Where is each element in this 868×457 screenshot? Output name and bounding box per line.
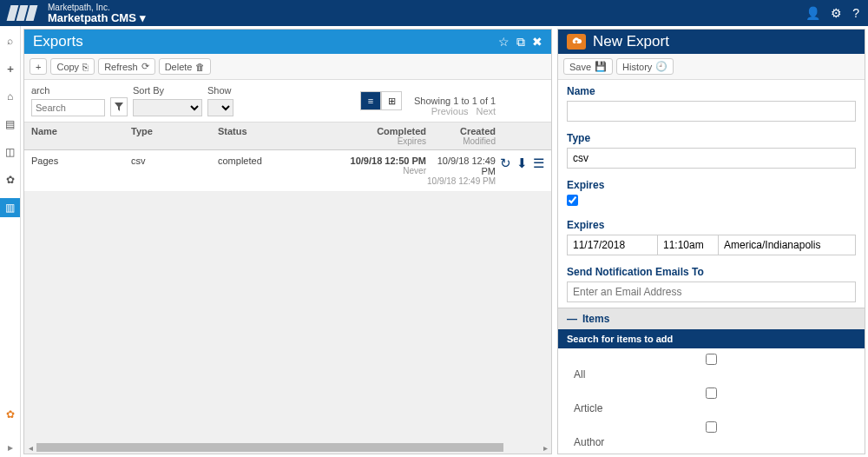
refresh-icon: ⟳ xyxy=(141,61,149,72)
rail-add-icon[interactable]: ＋ xyxy=(0,59,20,78)
left-nav-rail: ⌕ ＋ ⌂ ▤ ◫ ✿ ▥ ✿ ▸ xyxy=(0,26,21,457)
rail-gear-icon[interactable]: ✿ xyxy=(0,170,20,189)
expires-date-input[interactable] xyxy=(567,235,658,255)
brand-logo[interactable]: Marketpath, Inc. Marketpath CMS▾ xyxy=(9,3,146,23)
sortby-select[interactable] xyxy=(133,99,202,116)
trash-icon: 🗑 xyxy=(195,62,205,72)
save-button[interactable]: Save💾 xyxy=(563,58,613,75)
exports-panel: Exports ☆ ⧉ ✖ + Copy⎘ Refresh⟳ Delete🗑 a… xyxy=(23,29,552,454)
row-refresh-icon[interactable]: ↻ xyxy=(500,156,511,171)
chevron-down-icon[interactable]: ▾ xyxy=(140,12,146,23)
favorite-icon[interactable]: ☆ xyxy=(498,35,510,49)
question-icon[interactable]: ? xyxy=(852,6,859,20)
horizontal-scrollbar[interactable]: ◂ ▸ xyxy=(24,441,551,454)
col-created: Created Modified xyxy=(426,126,496,146)
copy-button[interactable]: Copy⎘ xyxy=(50,58,95,75)
show-select[interactable] xyxy=(207,99,233,116)
list-item[interactable]: Article xyxy=(558,387,865,414)
user-icon[interactable]: 👤 xyxy=(806,6,820,20)
emails-label: Send Notification Emails To xyxy=(567,266,856,278)
showing-text: Showing 1 to 1 of 1 xyxy=(414,96,496,106)
prev-link[interactable]: Previous xyxy=(431,106,469,116)
table-row[interactable]: Pages csv completed 10/9/18 12:50 PM Nev… xyxy=(24,150,551,192)
scroll-left-icon[interactable]: ◂ xyxy=(24,441,36,454)
row-download-icon[interactable]: ⬇ xyxy=(516,156,528,171)
exports-table-head: Name Type Status Completed Expires Creat… xyxy=(24,123,551,150)
cell-completed: 10/9/18 12:50 PM Never xyxy=(344,156,426,176)
item-checkbox[interactable] xyxy=(574,387,849,399)
close-icon[interactable]: ✖ xyxy=(532,35,542,49)
name-input[interactable] xyxy=(567,101,856,122)
row-menu-icon[interactable]: ☰ xyxy=(533,156,544,171)
new-window-icon[interactable]: ⧉ xyxy=(516,35,525,50)
delete-button[interactable]: Delete🗑 xyxy=(159,58,212,75)
copy-icon: ⎘ xyxy=(82,62,89,72)
paging: Showing 1 to 1 of 1 Previous Next xyxy=(414,96,496,116)
filter-button[interactable] xyxy=(110,97,128,116)
rail-home-icon[interactable]: ⌂ xyxy=(0,87,20,106)
new-export-panel: New Export Save💾 History🕘 Name Type Expi… xyxy=(557,29,865,454)
rail-dashboard-icon[interactable]: ◫ xyxy=(0,142,20,162)
items-list: All Article Author Blog Blog Post xyxy=(558,348,865,454)
save-icon: 💾 xyxy=(595,61,607,72)
cloud-upload-icon xyxy=(567,34,586,50)
type-label: Type xyxy=(567,132,856,144)
clock-icon: 🕘 xyxy=(655,61,667,72)
expires-checkbox[interactable] xyxy=(567,195,578,206)
history-button[interactable]: History🕘 xyxy=(616,58,674,75)
logo-mark-icon xyxy=(9,5,37,21)
emails-input[interactable] xyxy=(567,281,856,302)
type-input[interactable] xyxy=(567,148,856,169)
exports-toolbar: + Copy⎘ Refresh⟳ Delete🗑 xyxy=(24,54,551,80)
expires-time-input[interactable] xyxy=(658,235,719,255)
new-export-header: New Export xyxy=(558,30,865,54)
exports-header: Exports ☆ ⧉ ✖ xyxy=(24,30,551,54)
rail-settings-icon[interactable]: ✿ xyxy=(0,405,20,424)
cell-name: Pages xyxy=(31,156,131,166)
show-label: Show xyxy=(207,85,233,96)
refresh-button[interactable]: Refresh⟳ xyxy=(98,58,155,75)
sortby-label: Sort By xyxy=(133,85,202,96)
col-name: Name xyxy=(31,126,131,146)
rail-document-icon[interactable]: ▤ xyxy=(0,115,20,134)
rail-search-icon[interactable]: ⌕ xyxy=(0,31,20,50)
expires-tz-input[interactable] xyxy=(719,235,856,255)
items-search-label: Search for items to add xyxy=(558,329,865,348)
expires-label: Expires xyxy=(567,219,856,231)
list-item[interactable]: Author xyxy=(558,421,865,448)
scroll-right-icon[interactable]: ▸ xyxy=(539,441,551,454)
search-input[interactable] xyxy=(31,99,105,116)
search-label: arch xyxy=(31,85,105,96)
cell-type: csv xyxy=(131,156,218,166)
new-export-toolbar: Save💾 History🕘 xyxy=(558,54,865,80)
brand-product: Marketpath CMS xyxy=(48,12,136,23)
new-export-title: New Export xyxy=(593,33,856,50)
brand-company: Marketpath, Inc. xyxy=(48,3,146,12)
gear-icon[interactable]: ⚙ xyxy=(831,6,842,20)
next-link[interactable]: Next xyxy=(477,106,496,116)
exports-filters: arch Sort By Show ≡ ⊞ Showing 1 to 1 of … xyxy=(24,80,551,123)
cell-created: 10/9/18 12:49 PM 10/9/18 12:49 PM xyxy=(426,156,496,186)
item-checkbox[interactable] xyxy=(574,421,849,433)
view-toggle: ≡ ⊞ xyxy=(360,91,402,110)
filter-icon xyxy=(115,103,123,111)
add-button[interactable]: + xyxy=(30,58,47,75)
collapse-icon: — xyxy=(567,313,577,325)
expires-toggle-label: Expires xyxy=(567,179,856,191)
col-completed: Completed Expires xyxy=(344,126,426,146)
items-section-header[interactable]: —Items xyxy=(558,308,865,329)
cell-status: completed xyxy=(218,156,344,166)
item-checkbox[interactable] xyxy=(574,354,849,365)
col-type: Type xyxy=(131,126,218,146)
name-label: Name xyxy=(567,85,856,97)
exports-title: Exports xyxy=(33,33,491,50)
rail-export-icon[interactable]: ▥ xyxy=(0,198,20,217)
list-item[interactable]: All xyxy=(558,354,865,381)
topbar: Marketpath, Inc. Marketpath CMS▾ 👤 ⚙ ? xyxy=(0,0,868,26)
grid-view-button[interactable]: ⊞ xyxy=(381,91,402,110)
list-view-button[interactable]: ≡ xyxy=(360,91,381,110)
rail-collapse-icon[interactable]: ▸ xyxy=(0,438,20,457)
col-status: Status xyxy=(218,126,344,146)
